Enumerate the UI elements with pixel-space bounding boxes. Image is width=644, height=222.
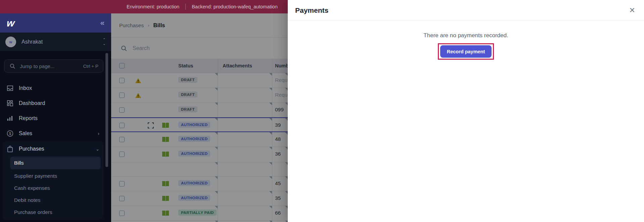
jump-to-page-input[interactable]: Jump to page... Ctrl + P: [4, 59, 103, 73]
sidebar-item-label: Inbox: [19, 85, 32, 91]
sidebar-item-debit-notes[interactable]: Debit notes: [10, 194, 101, 206]
sidebar: w « w Ashrakat ⌃⌄ Jump to page... Ctrl +…: [0, 13, 111, 222]
sidebar-item-label: Sales: [19, 130, 32, 136]
sidebar-item-label: Dashboard: [19, 100, 45, 106]
sidebar-collapse-icon[interactable]: «: [100, 19, 104, 27]
sidebar-item-purchases[interactable]: Purchases ⌄: [3, 141, 103, 157]
close-icon[interactable]: ✕: [629, 7, 635, 14]
sidebar-item-reports[interactable]: Reports: [0, 111, 106, 126]
sidebar-item-cash-expenses[interactable]: Cash expenses: [10, 182, 101, 194]
app-root: Environment: production Backend: product…: [0, 0, 644, 222]
sidebar-item-sales[interactable]: $Sales›: [0, 126, 106, 141]
dashboard-icon: [7, 100, 13, 107]
jump-shortcut: Ctrl + P: [83, 64, 98, 69]
sidebar-item-dashboard[interactable]: Dashboard: [0, 96, 106, 111]
chevron-down-icon: ⌄: [96, 147, 99, 152]
sidebar-item-supplier-payments[interactable]: Supplier payments: [10, 170, 101, 182]
svg-text:$: $: [9, 131, 11, 135]
drawer-header: Payments ✕: [288, 0, 644, 21]
backend-label: Backend: production-wafeq_automation: [192, 4, 278, 9]
topbar-divider: [185, 4, 186, 10]
sidebar-logo-bar: w «: [0, 13, 111, 33]
search-icon: [9, 63, 16, 69]
main-content: Purchases › Bills Search Status Attachme…: [111, 13, 288, 222]
drawer-scrim[interactable]: [111, 13, 288, 222]
sidebar-item-bills[interactable]: Bills: [10, 157, 101, 169]
empty-payments-text: There are no payments recorded.: [423, 32, 508, 39]
reports-icon: [7, 115, 13, 122]
avatar: w: [5, 37, 16, 47]
sidebar-item-inbox[interactable]: Inbox: [0, 80, 106, 96]
drawer-title: Payments: [295, 6, 328, 14]
user-name: Ashrakat: [21, 39, 103, 45]
drawer-body: There are no payments recorded. Record p…: [288, 21, 644, 60]
inbox-icon: [7, 85, 13, 92]
sidebar-item-label: Purchases: [19, 146, 44, 152]
chevron-updown-icon: ⌃⌄: [103, 38, 106, 46]
jump-placeholder: Jump to page...: [20, 63, 79, 69]
annotation-highlight-box: Record payment: [438, 43, 494, 60]
sidebar-item-label: Reports: [19, 115, 38, 121]
sales-icon: $: [7, 130, 13, 137]
purchases-group: Purchases ⌄ BillsSupplier paymentsCash e…: [3, 141, 103, 220]
purchases-children: BillsSupplier paymentsCash expensesDebit…: [3, 157, 103, 218]
sidebar-item-purchase-orders[interactable]: Purchase orders: [10, 206, 101, 218]
payments-drawer: Payments ✕ There are no payments recorde…: [288, 0, 644, 222]
bag-icon: [7, 146, 13, 152]
environment-label: Environment: production: [127, 4, 179, 9]
user-switcher[interactable]: w Ashrakat ⌃⌄: [0, 33, 111, 51]
chevron-right-icon: ›: [98, 131, 99, 136]
sidebar-scrollbar[interactable]: [105, 53, 108, 167]
wafeq-logo[interactable]: w: [6, 18, 15, 28]
record-payment-button[interactable]: Record payment: [440, 45, 492, 58]
